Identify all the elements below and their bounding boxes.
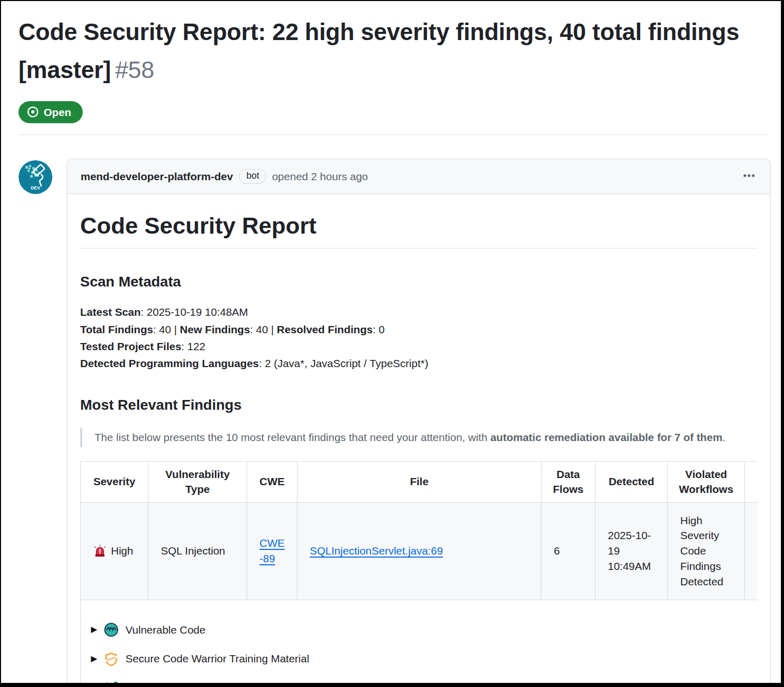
disclosure-triangle-icon: ▶ bbox=[91, 684, 97, 687]
cwe-link[interactable]: CWE-89 bbox=[259, 537, 285, 564]
comment-timestamp: opened 2 hours ago bbox=[272, 170, 368, 183]
kebab-horizontal-icon bbox=[742, 169, 756, 184]
vulnerability-type-cell: SQL Injection bbox=[148, 502, 247, 600]
scan-metadata-heading: Scan Metadata bbox=[80, 273, 757, 291]
table-header-row: Severity Vulnerability Type CWE File Dat… bbox=[81, 461, 758, 502]
finding-row: High SQL Injection CWE-89 SQLInjectionSe… bbox=[81, 502, 758, 600]
data-flows-cell: 6 bbox=[542, 502, 595, 600]
github-issue-page: Code Security Report: 22 high severity f… bbox=[0, 0, 784, 687]
issue-comment: mend-developer-platform-dev bot opened 2… bbox=[67, 159, 771, 687]
remediation-suggestion-details: ▶ bbox=[91, 680, 757, 687]
col-file: File bbox=[297, 461, 542, 502]
details-label: Vulnerable Code bbox=[125, 622, 206, 638]
scan-metadata: Latest Scan: 2025-10-19 10:48AM Total Fi… bbox=[80, 303, 757, 372]
details-label: Remediation Suggestion bbox=[125, 680, 243, 687]
col-violated-workflows: Violated Workflows bbox=[668, 461, 745, 502]
details-label: Secure Code Warrior Training Material bbox=[125, 651, 309, 666]
comment-header: mend-developer-platform-dev bot opened 2… bbox=[67, 159, 770, 194]
open-badge-label: Open bbox=[44, 107, 71, 118]
issue-number: #58 bbox=[115, 56, 154, 83]
col-detected: Detected bbox=[595, 461, 668, 502]
findings-note: The list below presents the 10 most rele… bbox=[80, 428, 757, 447]
header-divider bbox=[18, 135, 768, 135]
vulnerable-code-summary[interactable]: ▶ Vulnerable C bbox=[91, 622, 757, 638]
col-vulnerability-type: Vulnerability Type bbox=[148, 461, 247, 502]
secure-code-warrior-shield-icon bbox=[104, 652, 119, 666]
finding-details-row: ▶ Vulnerable C bbox=[81, 600, 758, 687]
bot-avatar[interactable]: DEV bbox=[18, 160, 52, 194]
most-relevant-findings-heading: Most Relevant Findings bbox=[80, 396, 757, 414]
comment-options-button[interactable] bbox=[741, 167, 757, 186]
meta-line-tested-files: Tested Project Files: 122 bbox=[80, 338, 757, 355]
report-title: Code Security Report bbox=[80, 212, 757, 249]
vulnerable-code-wave-icon bbox=[104, 622, 119, 637]
severity-label: High bbox=[111, 543, 133, 559]
findings-table: Severity Vulnerability Type CWE File Dat… bbox=[80, 461, 757, 687]
issue-open-status-badge[interactable]: Open bbox=[18, 101, 83, 123]
remediation-tools-icon bbox=[104, 681, 119, 687]
cwe-cell: CWE-89 bbox=[247, 502, 297, 600]
siren-icon bbox=[93, 544, 107, 558]
violated-workflows-cell: High Severity Code Findings Detected bbox=[668, 502, 745, 600]
issue-opened-icon bbox=[27, 106, 39, 118]
file-cell: SQLInjectionServlet.java:69 bbox=[297, 502, 542, 600]
meta-line-latest-scan: Latest Scan: 2025-10-19 10:48AM bbox=[80, 303, 757, 320]
findings-table-container: Severity Vulnerability Type CWE File Dat… bbox=[80, 461, 757, 687]
disclosure-triangle-icon: ▶ bbox=[91, 625, 97, 634]
col-severity: Severity bbox=[81, 461, 148, 502]
bot-badge: bot bbox=[239, 169, 266, 184]
issue-title: Code Security Report: 22 high severity f… bbox=[18, 13, 768, 89]
disclosure-triangle-icon: ▶ bbox=[91, 655, 97, 663]
secure-code-warrior-summary[interactable]: ▶ bbox=[91, 651, 757, 666]
remediation-suggestion-summary[interactable]: ▶ bbox=[91, 680, 757, 687]
comment-author[interactable]: mend-developer-platform-dev bbox=[81, 170, 233, 183]
severity-cell: High bbox=[81, 502, 148, 600]
meta-line-findings-counts: Total Findings: 40 | New Findings: 40 | … bbox=[80, 321, 757, 338]
secure-code-warrior-details: ▶ bbox=[91, 651, 757, 666]
meta-line-languages: Detected Programming Languages: 2 (Java*… bbox=[80, 355, 757, 372]
col-clipped bbox=[745, 461, 758, 502]
svg-text:DEV: DEV bbox=[31, 185, 40, 190]
col-data-flows: Data Flows bbox=[542, 461, 595, 502]
col-cwe: CWE bbox=[247, 461, 297, 502]
file-link[interactable]: SQLInjectionServlet.java:69 bbox=[310, 545, 443, 557]
vulnerable-code-details: ▶ Vulnerable C bbox=[91, 622, 757, 638]
comment-body: Code Security Report Scan Metadata Lates… bbox=[67, 194, 770, 687]
clipped-cell bbox=[745, 502, 758, 600]
detected-cell: 2025-10-19 10:49AM bbox=[595, 502, 668, 600]
